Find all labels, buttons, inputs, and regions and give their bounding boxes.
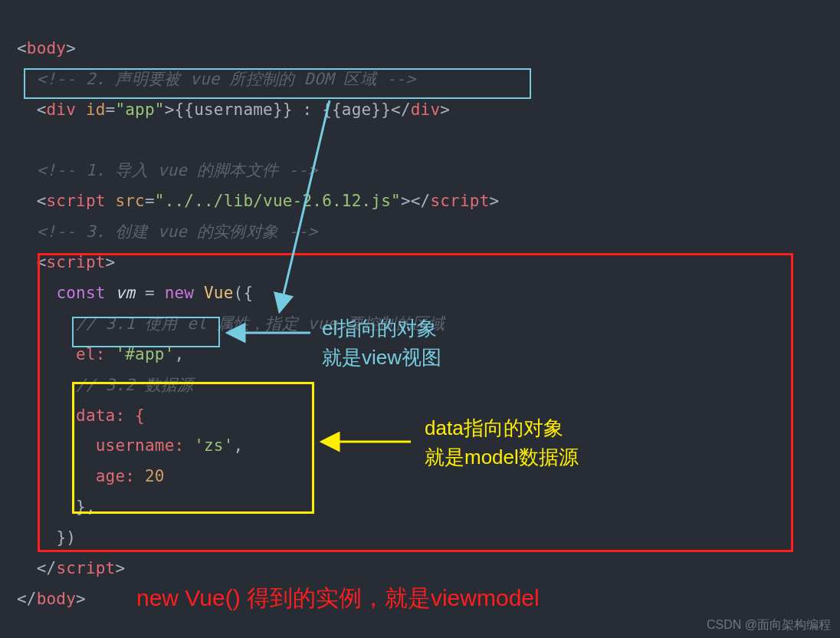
comment-line: // 3.2 数据源 <box>76 376 194 394</box>
comment-line: <!-- 1. 导入 vue 的脚本文件 --> <box>37 161 318 179</box>
code-line: username: 'zs', <box>96 436 244 455</box>
code-line: const vm = new Vue({ <box>56 284 253 302</box>
code-line: }, <box>76 498 96 516</box>
comment-line: <!-- 3. 创建 vue 的实例对象 --> <box>37 222 318 241</box>
code-line: <div id="app">{{username}} : {{age}}</di… <box>37 100 450 119</box>
comment-line: // 3.1 使用 el 属性，指定 vue 要控制的区域 <box>76 314 445 333</box>
code-line: </body> <box>17 590 86 608</box>
code-line: age: 20 <box>96 467 165 485</box>
comment-line: <!-- 2. 声明要被 vue 所控制的 DOM 区域 --> <box>37 70 416 88</box>
code-block: <body> <!-- 2. 声明要被 vue 所控制的 DOM 区域 --> … <box>0 0 499 615</box>
code-line: el: '#app', <box>76 345 184 363</box>
code-line: </script> <box>37 559 126 577</box>
watermark: CSDN @面向架构编程 <box>707 617 831 633</box>
code-line: <body> <box>17 39 76 58</box>
code-line: <script> <box>37 253 116 271</box>
code-line: data: { <box>76 406 145 425</box>
code-line: <script src="../../lib/vue-2.6.12.js"></… <box>37 192 500 210</box>
code-line: }) <box>56 528 76 547</box>
